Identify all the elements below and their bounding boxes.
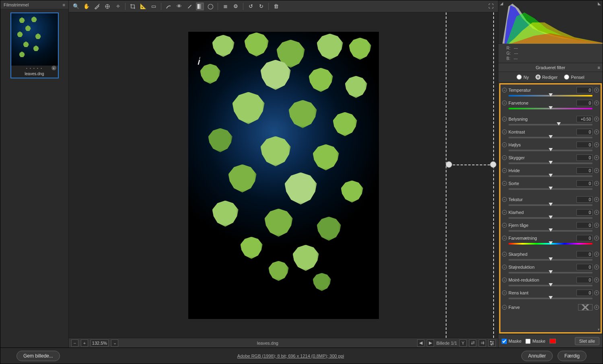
slider-track-6[interactable] [508,175,593,177]
plus-icon[interactable]: + [594,168,599,173]
histogram[interactable]: ◢ ◣ [498,0,603,44]
slider-track-8[interactable] [508,204,593,206]
slider-value-15[interactable] [576,290,593,296]
colorsampler-tool-icon[interactable] [103,2,111,10]
zoom-tool-icon[interactable]: 🔍 [72,2,80,10]
next-image-icon[interactable]: ▶ [427,339,434,347]
plus-icon[interactable]: + [594,305,599,310]
mask-color-swatch[interactable] [549,339,556,343]
minus-icon[interactable]: − [502,290,507,295]
transform-tool-icon[interactable]: ▭ [150,2,158,10]
prefs-tool-icon[interactable]: ⚙ [232,2,240,10]
crop-tool-icon[interactable] [129,2,137,10]
plus-icon[interactable]: + [594,252,599,257]
mode-new[interactable]: Ny [517,74,529,80]
panel-menu-icon[interactable]: ≡ [598,65,600,70]
plus-icon[interactable]: + [594,155,599,160]
plus-icon[interactable]: + [594,88,599,93]
slider-track-2[interactable] [508,124,593,125]
zoom-out-icon[interactable]: − [71,339,78,347]
minus-icon[interactable]: − [502,278,507,282]
minus-icon[interactable]: − [502,197,507,202]
targeted-tool-icon[interactable]: ✧ [114,2,122,10]
slider-track-5[interactable] [508,162,593,164]
minus-icon[interactable]: − [502,305,507,310]
slider-track-15[interactable] [508,298,593,299]
minus-icon[interactable]: − [502,223,507,228]
minus-icon[interactable]: − [502,155,507,160]
fullscreen-icon[interactable]: ⛶ [487,2,495,10]
gradient-start-handle[interactable] [446,161,452,168]
gradient-edge-line[interactable] [446,12,447,338]
plus-icon[interactable]: + [594,142,599,147]
slider-value-6[interactable] [576,167,593,174]
slider-track-0[interactable] [508,95,593,97]
slider-track-14[interactable] [508,285,593,286]
done-button[interactable]: Færdig [558,351,587,361]
plus-icon[interactable]: + [594,101,599,105]
slider-track-11[interactable] [508,243,593,245]
slider-track-10[interactable] [508,230,593,232]
slider-value-4[interactable] [576,142,593,148]
slider-value-3[interactable] [576,129,593,135]
scroll-down-icon[interactable]: ▾ [598,327,600,331]
rotate-ccw-icon[interactable]: ↺ [247,2,255,10]
plus-icon[interactable]: + [594,130,599,134]
minus-icon[interactable]: − [502,142,507,147]
slider-value-2[interactable] [576,116,593,122]
minus-icon[interactable]: − [502,117,507,121]
rating-dots[interactable]: • • • • • [11,66,58,71]
gradient-axis-line[interactable] [449,165,490,165]
plus-icon[interactable]: + [594,181,599,186]
color-swatch[interactable] [578,304,593,311]
slider-value-10[interactable] [576,222,593,228]
plus-icon[interactable]: + [594,117,599,121]
trash-icon[interactable]: 🗑 [272,2,280,10]
before-after-icon[interactable]: Y [459,339,467,347]
radial-tool-icon[interactable]: ◯ [206,2,214,10]
straighten-tool-icon[interactable]: 📐 [139,2,147,10]
workflow-info[interactable]: Adobe RGB (1998); 8 bit; 696 x 1214 (0.8… [237,354,344,358]
minus-icon[interactable]: − [502,210,507,215]
filmstrip-menu-icon[interactable]: ≡ [63,2,65,7]
slider-value-14[interactable] [576,277,593,283]
slider-track-3[interactable] [508,137,593,138]
thumbnail-selected[interactable]: • • • • • leaves.dng ± [10,12,59,78]
plus-icon[interactable]: + [594,210,599,215]
zoom-menu-icon[interactable]: ⌄ [111,339,118,347]
slider-track-7[interactable] [508,188,593,190]
minus-icon[interactable]: − [502,252,507,257]
plus-icon[interactable]: + [594,236,599,241]
slider-value-8[interactable] [576,196,593,203]
mask-checkbox[interactable]: Maske [525,339,545,344]
slider-value-12[interactable] [576,251,593,257]
minus-icon[interactable]: − [502,236,507,241]
redeye-tool-icon[interactable]: 👁 [175,2,183,10]
rotate-cw-icon[interactable]: ↻ [257,2,265,10]
mode-brush[interactable]: Pensel [564,74,584,80]
cancel-button[interactable]: Annuller [521,351,553,361]
slider-track-13[interactable] [508,272,593,274]
minus-icon[interactable]: − [502,168,507,173]
overlay-checkbox[interactable]: Maske [502,339,521,344]
image-canvas[interactable] [69,12,498,338]
gradient-end-handle[interactable] [490,161,496,168]
prev-image-icon[interactable]: ◀ [417,339,424,347]
slider-track-1[interactable] [508,108,593,109]
zoom-field[interactable] [91,339,109,347]
minus-icon[interactable]: − [502,101,507,105]
snapshot-tool-icon[interactable]: ≣ [221,2,229,10]
plus-icon[interactable]: + [594,197,599,202]
mode-edit[interactable]: Rediger [535,74,558,80]
plus-icon[interactable]: + [594,290,599,295]
gradient-tool-icon[interactable] [196,2,204,10]
swap-icon[interactable]: ⇄ [469,339,476,347]
brush-tool-icon[interactable] [185,2,193,10]
slider-value-13[interactable] [576,264,593,270]
copy-icon[interactable]: ⇉ [479,339,486,347]
hand-tool-icon[interactable]: ✋ [82,2,91,10]
plus-icon[interactable]: + [594,265,599,269]
plus-icon[interactable]: + [594,223,599,228]
zoom-in-icon[interactable]: + [81,339,88,347]
slider-track-4[interactable] [508,150,593,151]
